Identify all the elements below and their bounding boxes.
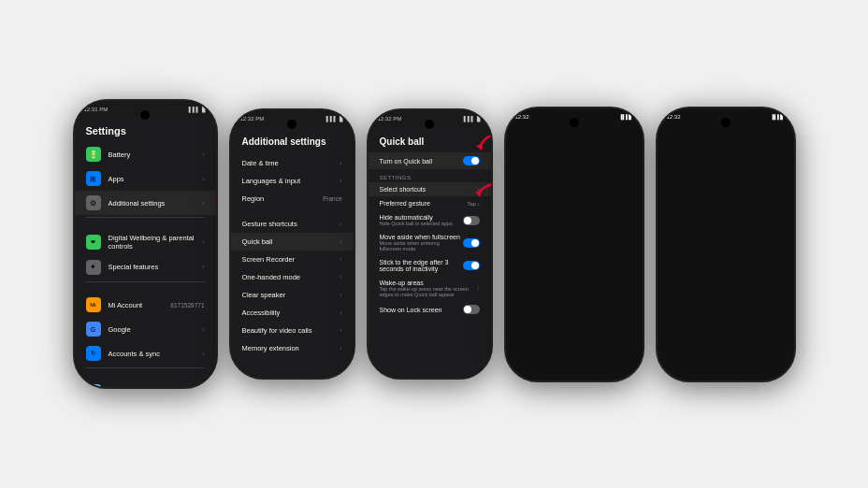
phone-5-quickball-home: 12:32 ▐▌▌▊ <box>656 107 796 382</box>
wifi-icon-2: ▐ <box>325 116 328 122</box>
status-icons-1: ▐ ▌▌ ▊ <box>187 107 207 112</box>
punch-hole-3 <box>425 120 434 129</box>
add-item-datetime[interactable]: Date & time › <box>231 154 354 172</box>
main-scene: 12:31 PM ▐ ▌▌ ▊ Settings 🔋 Battery › ⊞ A… <box>0 0 868 488</box>
additional-icon-box: ⚙ <box>86 195 101 210</box>
phone-4-wallpaper: 12:32 ▐▌▌▊ <box>504 107 644 382</box>
qb-toggle-row[interactable]: Turn on Quick ball <box>369 152 491 169</box>
settings-item-sync[interactable]: ↻ Accounts & sync › <box>75 341 216 366</box>
settings-item-special[interactable]: ✦ Special features › <box>75 255 216 280</box>
privacy-arrow: › <box>202 388 204 389</box>
red-arrow-additional <box>210 185 216 211</box>
settings-item-battery[interactable]: 🔋 Battery › <box>75 142 216 166</box>
svg-marker-1 <box>353 239 354 246</box>
add-item-gesture[interactable]: Gesture shortcuts › <box>231 215 354 233</box>
mi-value: 8171528771 <box>170 302 204 309</box>
qb-move-row[interactable]: Move aside when fullscreen Move aside wh… <box>369 230 491 255</box>
additional-screen[interactable]: Additional settings Date & time › Langua… <box>231 127 354 380</box>
onehanded-arrow: › <box>340 274 341 280</box>
battery-icon-3: ▊ <box>477 116 482 122</box>
add-item-quickball[interactable]: Quick ball › <box>231 233 354 251</box>
settings-item-wellbeing[interactable]: ❤ Digital Wellbeing & parental controls … <box>75 229 216 255</box>
special-icon-box: ✦ <box>86 260 101 275</box>
clearspeaker-arrow: › <box>340 292 341 298</box>
signal-icon-2: ▌▌ <box>330 116 338 122</box>
add-item-recorder[interactable]: Screen Recorder › <box>231 251 354 268</box>
divider-3 <box>86 367 205 368</box>
qb-move-toggle[interactable] <box>463 238 480 248</box>
privacy-label: Privacy <box>108 387 195 389</box>
battery-icon: ▊ <box>202 107 207 112</box>
settings-item-additional[interactable]: ⚙ Additional settings › <box>75 191 216 215</box>
status-bar-5: 12:32 ▐▌▌▊ <box>658 108 794 125</box>
qb-stick-label: Stick to the edge after 3 seconds of ina… <box>380 259 463 272</box>
quickball-screen[interactable]: Quick ball Turn on Quick ball SETTINGS S… <box>369 127 491 380</box>
apps-label: Apps <box>108 175 195 183</box>
gesture-arrow: › <box>340 221 341 227</box>
additional-screen-title: Additional settings <box>231 127 354 154</box>
divider-1 <box>86 217 205 218</box>
region-label: Region <box>242 194 265 203</box>
memory-label: Memory extension <box>242 344 299 352</box>
settings-item-apps[interactable]: ⊞ Apps › <box>75 166 216 191</box>
settings-screen[interactable]: Settings 🔋 Battery › ⊞ Apps › ⚙ Addition… <box>75 118 216 389</box>
add-item-accessibility[interactable]: Accessibility › <box>231 304 354 322</box>
privacy-icon-box: 👁 <box>86 384 101 390</box>
additional-label: Additional settings <box>108 199 195 208</box>
battery-icon-2: ▊ <box>340 116 344 122</box>
qb-shortcuts-label: Select shortcuts <box>380 186 478 193</box>
svg-marker-0 <box>215 197 216 203</box>
add-item-languages[interactable]: Languages & input › <box>231 172 354 190</box>
qb-move-sub: Move aside when entering fullscreen mode <box>380 240 463 251</box>
settings-item-google[interactable]: G Google › <box>75 317 216 341</box>
signal-icon: ▌▌ <box>193 107 200 112</box>
special-arrow: › <box>202 264 204 270</box>
add-item-memory[interactable]: Memory extension › <box>231 339 354 357</box>
qb-lock-label: Show on Lock screen <box>380 307 463 313</box>
languages-label: Languages & input <box>242 177 301 185</box>
svg-marker-2 <box>476 144 483 151</box>
battery-icon-box: 🔋 <box>86 147 101 162</box>
status-icons-3: ▐ ▌▌ ▊ <box>462 116 482 122</box>
status-icons-4: ▐▌▌▊ <box>619 114 633 120</box>
qb-shortcuts-row[interactable]: Select shortcuts › <box>369 182 491 196</box>
datetime-label: Date & time <box>242 159 279 167</box>
qb-wake-arrow: › <box>477 285 479 292</box>
signal-icon-3: ▌▌ <box>468 116 475 122</box>
gesture-label: Gesture shortcuts <box>242 220 297 228</box>
add-item-beautify[interactable]: Beautify for video calls › <box>231 322 354 339</box>
svg-marker-3 <box>475 191 482 197</box>
status-icons-5: ▐▌▌▊ <box>771 114 785 120</box>
qb-hide-row[interactable]: Hide automatically Hide Quick ball in se… <box>369 210 491 230</box>
settings-item-miaccount[interactable]: Mi Mi Account 8171528771 <box>75 293 216 317</box>
additional-arrow: › <box>202 200 204 207</box>
wifi-icon: ▐ <box>187 107 191 112</box>
settings-item-privacy[interactable]: 👁 Privacy › <box>75 380 216 390</box>
qb-stick-row[interactable]: Stick to the edge after 3 seconds of ina… <box>369 255 491 276</box>
add-item-region[interactable]: Region France <box>231 190 354 208</box>
datetime-arrow: › <box>340 160 341 166</box>
red-arrow-toggle <box>465 132 491 158</box>
qb-hide-sub: Hide Quick ball in selected apps <box>380 221 463 226</box>
beautify-label: Beautify for video calls <box>242 326 312 335</box>
qb-stick-toggle[interactable] <box>463 261 480 270</box>
status-icons-2: ▐ ▌▌ ▊ <box>325 116 344 122</box>
add-item-onehanded[interactable]: One-handed mode › <box>231 268 354 286</box>
recorder-arrow: › <box>340 256 341 263</box>
quickball-arrow: › <box>340 238 341 245</box>
qb-hide-toggle[interactable] <box>463 216 480 225</box>
wellbeing-arrow: › <box>202 238 204 245</box>
red-arrow-quickball <box>348 229 354 253</box>
apps-arrow: › <box>202 176 204 182</box>
settings-title: Settings <box>75 118 216 142</box>
qb-lock-toggle[interactable] <box>463 305 480 314</box>
sync-label: Accounts & sync <box>108 350 195 358</box>
qb-lock-row[interactable]: Show on Lock screen <box>369 301 491 318</box>
sync-icon-box: ↻ <box>86 346 101 361</box>
phone-3-quickball: 12:32 PM ▐ ▌▌ ▊ Quick ball Turn on Quick… <box>367 108 493 380</box>
google-label: Google <box>108 325 195 334</box>
accessibility-label: Accessibility <box>242 309 281 317</box>
phone-1-settings: 12:31 PM ▐ ▌▌ ▊ Settings 🔋 Battery › ⊞ A… <box>73 99 218 389</box>
qb-wake-row[interactable]: Wake-up areas Tap the wake-up areas near… <box>369 276 491 301</box>
add-item-clearspeaker[interactable]: Clear speaker › <box>231 286 354 304</box>
